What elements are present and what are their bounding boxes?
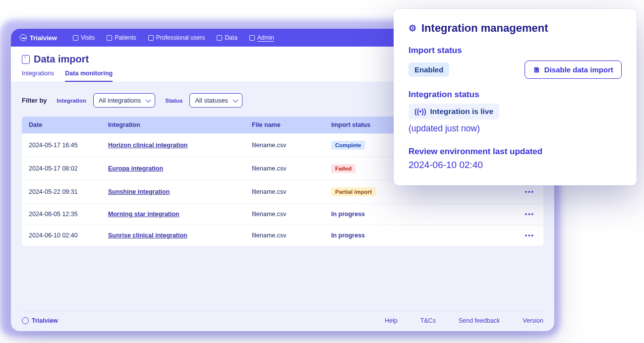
import-status-label: Import status [409,46,622,56]
cell-filename: filename.csv [252,142,331,149]
brand-icon [22,317,29,324]
row-actions-menu[interactable]: ••• [513,232,536,239]
nav-label: Professional users [156,34,205,41]
updated-text: (updated just now) [409,123,622,134]
brand-icon [20,34,27,41]
status-inprogress: In progress [331,232,365,239]
cell-date: 2024-05-17 08:02 [29,165,108,172]
cell-integration-link[interactable]: Sunrise clinical integration [108,232,252,239]
nav-label: Admin [257,34,274,41]
cell-integration-link[interactable]: Horizon clinical integration [108,142,252,149]
disable-button-label: Disable data import [544,65,613,74]
badge-icon [148,35,154,41]
cell-date: 2024-06-10 02:40 [29,232,108,239]
file-minus-icon: 🗎 [533,65,540,74]
cell-status: Partial import [331,187,406,196]
status-inprogress: In progress [331,211,365,218]
footer-feedback[interactable]: Send feedback [459,317,500,324]
page-title-text: Data import [34,54,89,65]
nav-label: Patients [115,34,136,41]
cell-filename: filename.csv [252,232,331,239]
clipboard-icon [249,35,255,41]
cell-status: In progress [331,211,406,218]
calendar-icon [73,35,78,41]
integration-status-text: Integration is live [430,107,493,116]
row-actions-menu[interactable]: ••• [513,211,536,218]
gear-icon: ⚙ [409,23,416,34]
footer-brand-label: Trialview [32,317,58,324]
nav-professional-users[interactable]: Professional users [148,34,205,41]
nav-visits[interactable]: Visits [73,34,95,41]
cell-status: In progress [331,232,406,239]
review-env-label: Review environment last updated [409,147,622,157]
broadcast-icon: ((•)) [414,108,426,115]
col-date: Date [29,121,108,128]
footer: Trialview Help T&Cs Send feedback Versio… [22,311,543,324]
nav-data[interactable]: Data [217,34,237,41]
integration-status-badge: ((•)) Integration is live [409,104,499,119]
cell-filename: filename.csv [252,211,331,218]
status-badge: Failed [331,164,355,173]
table-row: 2024-06-05 12:35Morning star integration… [22,203,543,225]
nav-label: Visits [81,34,95,41]
cell-date: 2024-06-05 12:35 [29,211,108,218]
row-actions-menu[interactable]: ••• [513,188,536,195]
nav-admin[interactable]: Admin [249,34,274,41]
filter-status-label: Status [165,98,182,104]
brand-label: Trialview [30,34,57,42]
disable-data-import-button[interactable]: 🗎 Disable data import [525,60,622,79]
filter-integration-label: Integration [57,98,86,104]
integration-management-panel: ⚙ Integration management Import status E… [394,9,637,185]
integration-status-label: Integration status [409,90,622,100]
cell-date: 2024-05-22 09:31 [29,188,108,195]
filter-status-value: All statuses [195,97,228,104]
import-status-badge: Enabled [409,62,449,77]
footer-links: Help T&Cs Send feedback Version [385,317,543,324]
cell-filename: filename.csv [252,188,331,195]
cell-filename: filename.csv [252,165,331,172]
footer-brand: Trialview [22,317,58,324]
filter-status-select[interactable]: All statuses [189,93,242,108]
cell-integration-link[interactable]: Sunshine integration [108,188,252,195]
col-integration: Integration [108,121,252,128]
people-icon [107,35,112,41]
data-icon [217,35,222,41]
panel-title-text: Integration management [421,22,548,35]
filter-by-label: Filter by [22,97,47,104]
cell-integration-link[interactable]: Morning star integration [108,211,252,218]
tab-data-monitoring[interactable]: Data monitoring [65,70,113,82]
footer-version[interactable]: Version [523,317,543,324]
status-badge: Partial import [331,187,376,196]
status-badge: Complete [331,141,365,150]
filter-integration-value: All integrations [99,97,141,104]
col-file: File name [252,121,331,128]
nav-patients[interactable]: Patients [107,34,136,41]
cell-integration-link[interactable]: Europa integration [108,165,252,172]
filter-integration-select[interactable]: All integrations [93,93,155,108]
upload-file-icon [22,55,30,64]
brand: Trialview [20,34,57,42]
review-env-value: 2024-06-10 02:40 [409,160,622,171]
footer-help[interactable]: Help [385,317,398,324]
table-row: 2024-06-10 02:40Sunrise clinical integra… [22,225,543,246]
nav-label: Data [225,34,237,41]
footer-tcs[interactable]: T&Cs [420,317,436,324]
tab-integrations[interactable]: Integrations [22,70,54,82]
panel-title: ⚙ Integration management [409,22,622,35]
cell-date: 2024-05-17 16:45 [29,142,108,149]
